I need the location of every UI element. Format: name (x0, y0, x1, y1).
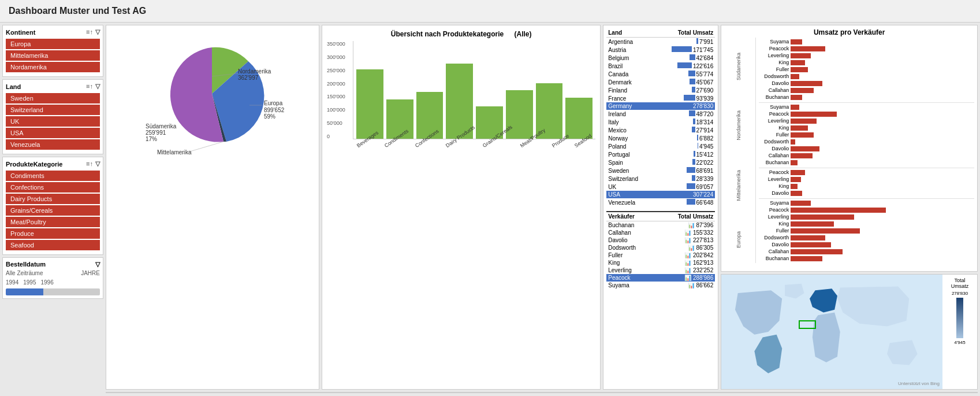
seller-row[interactable]: Suyama📊 86'662 (606, 282, 715, 289)
filter-icon-date[interactable]: ▽ (95, 261, 100, 268)
hbar-row[interactable]: Dodsworth (759, 235, 974, 240)
table-row[interactable]: Ireland48'720 (606, 110, 715, 118)
kontinent-item-mittelamerika[interactable]: Mittelamerika (6, 50, 100, 61)
hbar-row[interactable]: Peacock (759, 111, 974, 117)
date-slider[interactable] (6, 288, 100, 295)
table-row[interactable]: Canada55'774 (606, 70, 715, 78)
land-cell: Ireland (606, 110, 653, 118)
hbar-row[interactable]: King (759, 125, 974, 131)
seller-row[interactable]: Callahan📊 155'332 (606, 229, 715, 236)
seller-row[interactable]: Buchanan📊 87'396 (606, 221, 715, 230)
chart-icon: 📊 (688, 222, 695, 228)
produkte-item-seafood[interactable]: Seafood (6, 240, 100, 250)
hbar-row[interactable]: Dodsworth (759, 139, 974, 145)
table-row[interactable]: Germany278'830 (606, 102, 715, 110)
bar-beverages[interactable] (356, 69, 383, 139)
table-row[interactable]: Finland27'690 (606, 86, 715, 94)
bar-meat[interactable] (506, 90, 533, 139)
table-row[interactable]: USA307'224 (606, 191, 715, 198)
table-row[interactable]: UK69'057 (606, 183, 715, 191)
hbar-row[interactable]: Callahan (759, 87, 974, 93)
land-item-sweden[interactable]: Sweden (6, 93, 100, 103)
table-row[interactable]: Denmark45'067 (606, 78, 715, 86)
hbar-row[interactable]: Davolio (759, 190, 974, 196)
table-row[interactable]: Norway6'882 (606, 134, 715, 142)
hbar-row[interactable]: Davolio (759, 80, 974, 86)
kontinent-item-nordamerika[interactable]: Nordamerika (6, 62, 100, 72)
hbar-row[interactable]: Fuller (759, 66, 974, 72)
seller-row[interactable]: Leverling📊 232'252 (606, 267, 715, 274)
seller-row[interactable]: King📊 162'913 (606, 259, 715, 267)
hbar-row[interactable]: Callahan (759, 153, 974, 158)
table-row[interactable]: Venezuela66'648 (606, 198, 715, 206)
seller-row[interactable]: Fuller📊 202'842 (606, 251, 715, 259)
hbar-row[interactable]: Peacock (759, 169, 974, 175)
produkte-item-produce[interactable]: Produce (6, 228, 100, 239)
land-item-usa[interactable]: USA (6, 128, 100, 138)
table-row[interactable]: Italy18'314 (606, 118, 715, 126)
hbar-row[interactable]: Peacock (759, 207, 974, 213)
table-row[interactable]: Argentina7'991 (606, 38, 715, 46)
land-item-switzerland[interactable]: Switzerland (6, 105, 100, 115)
table-row[interactable]: Sweden68'691 (606, 166, 715, 175)
col-land: Land (606, 28, 653, 38)
hbar-row[interactable]: Davolio (759, 146, 974, 151)
sort-icon-produkte[interactable]: ≡↑ (86, 160, 93, 168)
land-item-uk[interactable]: UK (6, 116, 100, 127)
seller-row[interactable]: Dodsworth📊 86'305 (606, 244, 715, 251)
hbar-row[interactable]: Leverling (759, 214, 974, 220)
hbar-row[interactable]: Dodsworth (759, 73, 974, 79)
table-row[interactable]: France93'939 (606, 94, 715, 102)
world-map-svg (721, 275, 942, 389)
produkte-header: ProdukteKategorie ≡↑ ▽ (6, 160, 100, 168)
hbar-row[interactable]: Buchanan (759, 256, 974, 261)
kontinent-item-europa[interactable]: Europa (6, 39, 100, 49)
seller-row[interactable]: Peacock📊 288'986 (606, 274, 715, 282)
hbar-row[interactable]: Callahan (759, 249, 974, 254)
hbar-row[interactable]: King (759, 60, 974, 65)
table-row[interactable]: Belgium42'684 (606, 54, 715, 62)
table-row[interactable]: Portugal15'412 (606, 150, 715, 158)
filter-icon-produkte[interactable]: ▽ (95, 160, 100, 168)
hbar-row[interactable]: Leverling (759, 176, 974, 182)
produkte-item-dairy[interactable]: Dairy Products (6, 194, 100, 204)
table-row[interactable]: Mexico27'914 (606, 126, 715, 134)
produkte-item-meat[interactable]: Meat/Poultry (6, 217, 100, 227)
map-selection-box[interactable] (799, 320, 816, 329)
umsatz-cell: 18'314 (653, 118, 715, 126)
produkte-item-grains[interactable]: Grains/Cereals (6, 205, 100, 216)
umsatz-cell: 278'830 (653, 102, 715, 110)
hbar-row[interactable]: Suyama (759, 200, 974, 206)
sort-icon[interactable]: ≡↑ (86, 28, 93, 36)
sort-icon-land[interactable]: ≡↑ (86, 83, 93, 90)
produkte-item-confections[interactable]: Confections (6, 182, 100, 193)
hbar-bar (791, 201, 811, 206)
land-item-venezuela[interactable]: Venezuela (6, 139, 100, 150)
produkte-item-condiments[interactable]: Condiments (6, 171, 100, 181)
hbar-row[interactable]: Suyama (759, 104, 974, 110)
hbar-row[interactable]: Suyama (759, 39, 974, 45)
seller-row[interactable]: Davolio📊 227'813 (606, 236, 715, 244)
hbar-row[interactable]: Fuller (759, 132, 974, 138)
hbar-row[interactable]: Davolio (759, 242, 974, 247)
land-cell: USA (606, 191, 653, 198)
table-row[interactable]: Brazil122'616 (606, 62, 715, 70)
filter-icon[interactable]: ▽ (95, 28, 100, 36)
hbar-row[interactable]: Fuller (759, 228, 974, 234)
hbar-row-label: Davolio (759, 80, 791, 86)
filter-icon-land[interactable]: ▽ (95, 83, 100, 90)
hbar-row[interactable]: King (759, 183, 974, 189)
hbar-row-label: Peacock (759, 207, 791, 213)
table-row[interactable]: Switzerland28'339 (606, 175, 715, 183)
hbar-row[interactable]: Peacock (759, 46, 974, 51)
table-row[interactable]: Austria171'745 (606, 46, 715, 54)
hbar-row-label: King (759, 221, 791, 227)
hbar-row[interactable]: Leverling (759, 53, 974, 58)
hbar-row[interactable]: King (759, 221, 974, 227)
hbar-row[interactable]: Buchanan (759, 94, 974, 100)
hbar-row[interactable]: Buchanan (759, 160, 974, 165)
hbar-row[interactable]: Leverling (759, 118, 974, 124)
svg-text:362'997: 362'997 (238, 75, 259, 81)
table-row[interactable]: Poland4'945 (606, 142, 715, 150)
table-row[interactable]: Spain22'022 (606, 158, 715, 166)
